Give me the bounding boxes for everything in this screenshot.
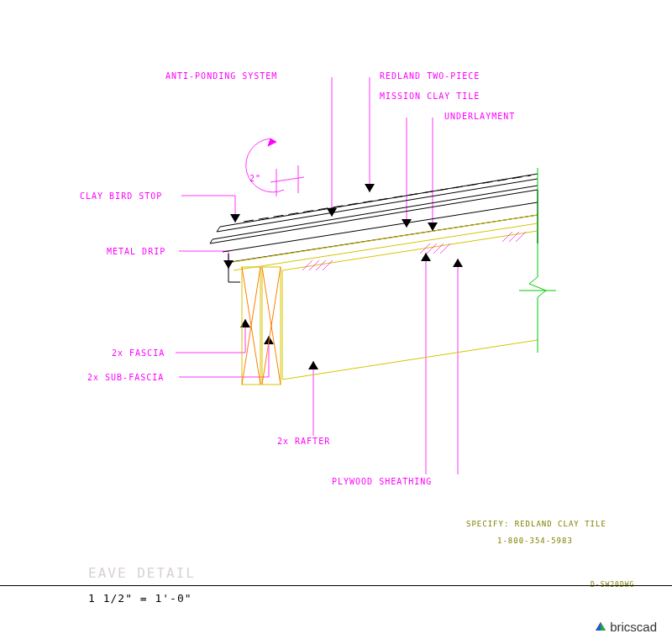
svg-marker-8 — [308, 361, 318, 369]
logo-icon — [595, 621, 606, 633]
label-metal-drip: METAL DRIP — [107, 247, 165, 256]
spec-line-2: 1-800-354-5983 — [497, 537, 573, 545]
drawing-title: EAVE DETAIL — [88, 565, 196, 581]
label-dim-2in: 2" — [249, 174, 261, 183]
svg-marker-4 — [230, 214, 240, 223]
spec-line-1: SPECIFY: REDLAND CLAY TILE — [466, 520, 606, 528]
svg-marker-3 — [428, 223, 438, 231]
drawing-scale: 1 1/2" = 1'-0" — [88, 592, 192, 605]
label-underlayment: UNDERLAYMENT — [444, 112, 515, 121]
title-divider — [0, 585, 672, 586]
label-plywood: PLYWOOD SHEATHING — [332, 477, 432, 486]
svg-marker-10 — [453, 259, 463, 267]
label-fascia: 2x FASCIA — [112, 348, 165, 358]
svg-marker-1 — [365, 184, 375, 192]
label-redland-2: MISSION CLAY TILE — [380, 92, 480, 101]
logo-text: bricscad — [610, 620, 657, 634]
eave-detail-drawing — [0, 0, 672, 644]
label-redland-1: REDLAND TWO-PIECE — [380, 71, 480, 81]
svg-marker-27 — [596, 622, 601, 631]
label-clay-bird-stop: CLAY BIRD STOP — [80, 191, 162, 201]
label-rafter: 2x RAFTER — [277, 437, 330, 446]
label-sub-fascia: 2x SUB-FASCIA — [87, 373, 164, 382]
svg-marker-9 — [421, 253, 431, 261]
label-anti-ponding: ANTI-PONDING SYSTEM — [165, 71, 277, 81]
svg-marker-26 — [601, 622, 606, 631]
bricscad-logo: bricscad — [595, 620, 657, 634]
